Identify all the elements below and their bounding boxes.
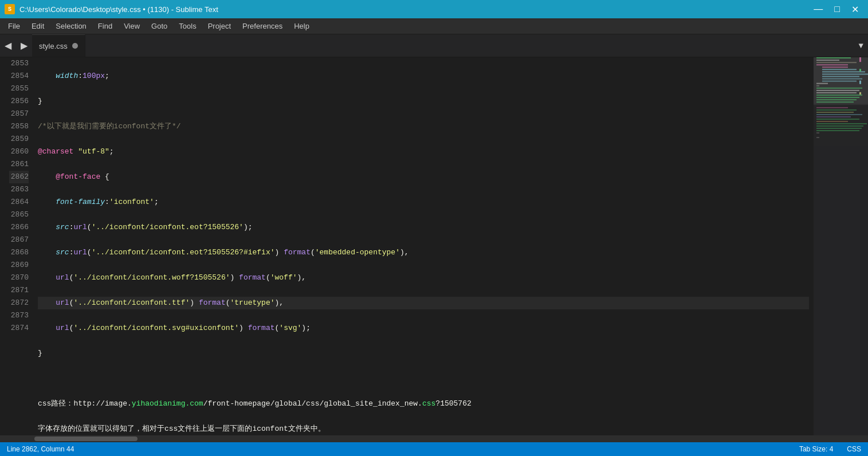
svg-rect-35 <box>816 128 862 129</box>
line-2861: url('../iconfont/iconfont.woff?1505526')… <box>38 272 809 284</box>
svg-rect-31 <box>816 119 859 120</box>
line-2860: src:url('../iconfont/iconfont.eot?150552… <box>38 246 809 259</box>
editor-area: 2853 2854 2855 2856 2857 2858 2859 2860 … <box>0 57 868 435</box>
svg-rect-38 <box>816 137 819 138</box>
tab-size[interactable]: Tab Size: 4 <box>799 445 833 453</box>
tab-bar: ◀ ▶ style.css ▼ <box>0 34 868 57</box>
line-numbers: 2853 2854 2855 2856 2857 2858 2859 2860 … <box>0 57 33 435</box>
menu-preferences[interactable]: Preferences <box>237 21 288 32</box>
minimap[interactable] <box>814 57 868 435</box>
cursor-position: Line 2862, Column 44 <box>7 445 74 453</box>
minimize-button[interactable]: — <box>809 3 827 16</box>
maximize-button[interactable]: □ <box>830 3 845 16</box>
svg-rect-37 <box>816 132 819 133</box>
menu-tools[interactable]: Tools <box>173 21 202 32</box>
menu-bar: File Edit Selection Find View Goto Tools… <box>0 18 868 34</box>
line-2863: url('../iconfont/iconfont.svg#uxiconfont… <box>38 322 809 335</box>
tab-close-button[interactable] <box>72 43 78 49</box>
svg-rect-26 <box>816 107 848 108</box>
menu-file[interactable]: File <box>2 21 26 32</box>
window-title: C:\Users\Colorado\Desktop\style.css • (1… <box>19 5 218 14</box>
tab-dropdown-button[interactable]: ▼ <box>854 41 868 50</box>
code-editor[interactable]: width:100px; } /*以下就是我们需要的iconfont文件了*/ … <box>33 57 814 435</box>
minimap-content <box>814 57 868 435</box>
menu-selection[interactable]: Selection <box>50 21 92 32</box>
svg-rect-33 <box>816 123 867 124</box>
line-2855: /*以下就是我们需要的iconfont文件了*/ <box>38 120 809 133</box>
menu-project[interactable]: Project <box>202 21 237 32</box>
svg-rect-30 <box>816 116 851 117</box>
svg-rect-25 <box>814 57 868 105</box>
tab-style-css[interactable]: style.css <box>32 34 85 57</box>
line-2857: @font-face { <box>38 171 809 183</box>
syntax-label[interactable]: CSS <box>847 445 861 453</box>
svg-rect-28 <box>816 112 854 113</box>
tab-nav-right[interactable]: ▶ <box>16 34 32 57</box>
line-2866: css路径：http://image.yihaodianimg.com/fron… <box>38 398 809 410</box>
horizontal-scrollbar[interactable] <box>0 435 868 442</box>
scrollbar-thumb[interactable] <box>34 437 138 441</box>
line-2854: } <box>38 95 809 108</box>
menu-view[interactable]: View <box>118 21 146 32</box>
menu-goto[interactable]: Goto <box>146 21 173 32</box>
minimap-lower <box>815 107 867 394</box>
line-2867: 字体存放的位置就可以得知了，相对于css文件往上返一层下面的iconfont文件… <box>38 423 809 435</box>
status-bar: Line 2862, Column 44 Tab Size: 4 CSS <box>0 442 868 456</box>
close-button[interactable]: ✕ <box>847 3 863 16</box>
menu-help[interactable]: Help <box>288 21 315 32</box>
window-controls: — □ ✕ <box>809 3 863 16</box>
line-2853: width:100px; <box>38 70 809 82</box>
menu-find[interactable]: Find <box>92 21 118 32</box>
menu-edit[interactable]: Edit <box>26 21 50 32</box>
svg-rect-29 <box>816 114 862 115</box>
line-2856: @charset "utf-8"; <box>38 146 809 158</box>
code-container[interactable]: 2853 2854 2855 2856 2857 2858 2859 2860 … <box>0 57 814 435</box>
svg-rect-36 <box>816 130 859 131</box>
tab-label: style.css <box>39 42 68 50</box>
title-bar: S C:\Users\Colorado\Desktop\style.css • … <box>0 0 868 18</box>
app-icon: S <box>5 4 15 14</box>
tab-nav-left[interactable]: ◀ <box>0 34 16 57</box>
line-2865 <box>38 372 809 385</box>
line-2859: src:url('../iconfont/iconfont.eot?150552… <box>38 221 809 234</box>
line-2858: font-family:'iconfont'; <box>38 196 809 209</box>
line-2864: } <box>38 347 809 360</box>
svg-rect-27 <box>816 109 857 111</box>
svg-rect-32 <box>816 121 848 122</box>
line-2862: url('../iconfont/iconfont.ttf') format('… <box>38 297 809 309</box>
svg-rect-34 <box>816 125 863 127</box>
